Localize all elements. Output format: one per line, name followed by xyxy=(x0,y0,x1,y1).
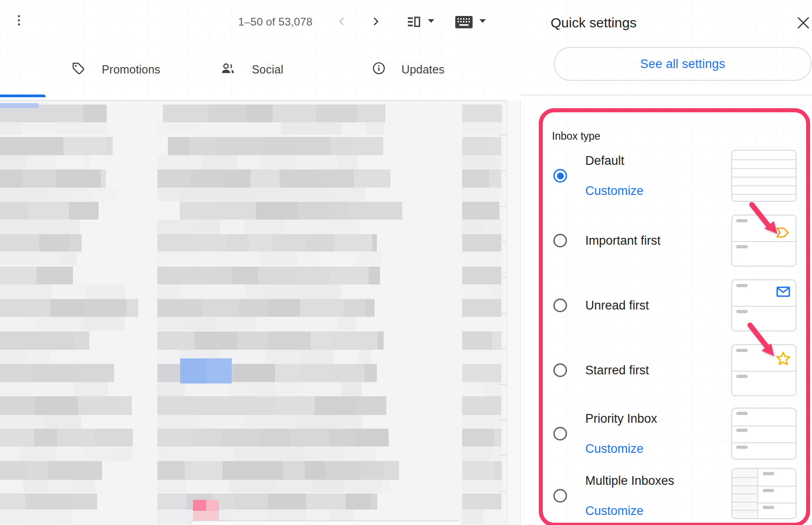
redacted-block xyxy=(65,188,90,201)
redacted-block xyxy=(356,396,386,415)
redacted-block xyxy=(0,331,43,350)
list-scrollbar[interactable] xyxy=(507,100,521,525)
redacted-block xyxy=(157,169,191,188)
option-label: Important first xyxy=(585,233,661,248)
redacted-block xyxy=(294,267,330,284)
redacted-block xyxy=(260,252,298,265)
redacted-block xyxy=(338,317,356,331)
thumbnail-column-divider xyxy=(757,469,758,518)
redacted-block xyxy=(208,105,246,122)
option-label: Starred first xyxy=(585,363,649,378)
row-tick xyxy=(499,242,506,242)
sheet-edge xyxy=(189,520,459,525)
redacted-block xyxy=(462,415,501,430)
redacted-block xyxy=(462,267,501,284)
gmail-window: 1–50 of 53,078 Promoti xyxy=(0,0,812,525)
inbox-type-radio-important[interactable] xyxy=(553,234,567,247)
redacted-block xyxy=(103,122,108,135)
keyboard-icon[interactable] xyxy=(455,16,473,30)
redacted-block xyxy=(27,350,50,365)
redacted-block xyxy=(0,446,21,461)
redacted-pink-highlight xyxy=(193,511,219,521)
redacted-block xyxy=(260,446,305,461)
redacted-block xyxy=(26,493,71,509)
redacted-block xyxy=(297,415,338,430)
redacted-block xyxy=(462,364,501,382)
redacted-block xyxy=(244,220,284,234)
inbox-type-radio-priority[interactable] xyxy=(553,427,567,441)
thumbnail-unread[interactable] xyxy=(731,279,796,331)
inbox-type-radio-unread[interactable] xyxy=(553,299,567,312)
chevron-left-icon[interactable] xyxy=(336,16,347,29)
redacted-block xyxy=(281,122,309,135)
redacted-block xyxy=(86,284,115,299)
redacted-block xyxy=(35,252,62,265)
redacted-block xyxy=(21,446,55,461)
redacted-block xyxy=(462,202,500,220)
redacted-block xyxy=(300,299,344,317)
redacted-block xyxy=(283,461,305,480)
thumbnail-important[interactable] xyxy=(731,215,796,267)
redacted-block xyxy=(73,364,99,382)
redacted-block xyxy=(297,155,338,169)
customize-link[interactable]: Customize xyxy=(585,184,644,198)
redacted-block xyxy=(55,155,83,169)
redacted-block xyxy=(239,299,268,317)
redacted-block xyxy=(83,105,107,122)
thumbnail-multiple[interactable] xyxy=(731,468,796,519)
close-icon[interactable] xyxy=(797,16,810,31)
redacted-block xyxy=(232,267,258,284)
customize-link[interactable]: Customize xyxy=(585,504,644,518)
row-tick xyxy=(499,420,506,420)
redacted-block xyxy=(203,299,239,317)
chevron-right-icon[interactable] xyxy=(370,16,381,29)
redacted-block xyxy=(342,122,366,135)
redacted-block xyxy=(36,317,82,331)
redacted-block xyxy=(496,234,501,252)
split-view-caret-icon[interactable] xyxy=(428,19,434,23)
thumbnail-divider xyxy=(732,477,757,478)
redacted-block xyxy=(55,446,86,461)
thumbnail-sender-pill xyxy=(736,310,748,313)
see-all-settings-button[interactable]: See all settings xyxy=(554,47,812,81)
thumbnail-divider xyxy=(732,306,796,307)
input-tools-caret-icon[interactable] xyxy=(479,19,486,23)
redacted-block xyxy=(120,396,132,415)
redacted-block xyxy=(344,480,383,493)
thumbnail-default[interactable] xyxy=(731,150,796,202)
inbox-type-radio-multiple[interactable] xyxy=(553,489,567,503)
redacted-block xyxy=(185,461,223,480)
inbox-type-radio-starred[interactable] xyxy=(553,363,567,377)
inbox-type-radio-default[interactable] xyxy=(553,169,567,183)
redacted-block xyxy=(462,461,494,480)
redacted-block xyxy=(462,480,498,493)
redacted-block xyxy=(57,429,95,446)
thumbnail-priority[interactable] xyxy=(731,408,796,460)
customize-link[interactable]: Customize xyxy=(585,441,644,456)
tab-social-label: Social xyxy=(252,63,283,76)
redacted-block xyxy=(199,415,245,430)
redacted-block xyxy=(0,284,31,299)
redacted-block xyxy=(300,382,342,396)
redacted-block xyxy=(229,382,254,396)
split-view-icon[interactable] xyxy=(407,16,420,30)
thumbnail-divider xyxy=(732,194,796,195)
importance-marker-icon xyxy=(776,227,790,240)
redacted-block xyxy=(272,234,306,252)
redacted-block xyxy=(300,350,333,365)
redacted-block xyxy=(194,234,226,252)
thumbnail-starred[interactable] xyxy=(731,344,796,396)
redacted-block xyxy=(357,252,382,265)
redacted-block xyxy=(302,364,333,382)
redacted-block xyxy=(86,446,115,461)
row-tick xyxy=(499,455,506,456)
redacted-block xyxy=(462,284,493,299)
redacted-block xyxy=(31,364,73,382)
redacted-block xyxy=(294,137,331,155)
redacted-block xyxy=(260,155,297,169)
redacted-block xyxy=(85,299,126,317)
redacted-block xyxy=(22,122,55,135)
redacted-block xyxy=(357,429,389,446)
thumbnail-divider xyxy=(757,486,796,487)
kebab-menu-icon[interactable] xyxy=(18,15,20,26)
